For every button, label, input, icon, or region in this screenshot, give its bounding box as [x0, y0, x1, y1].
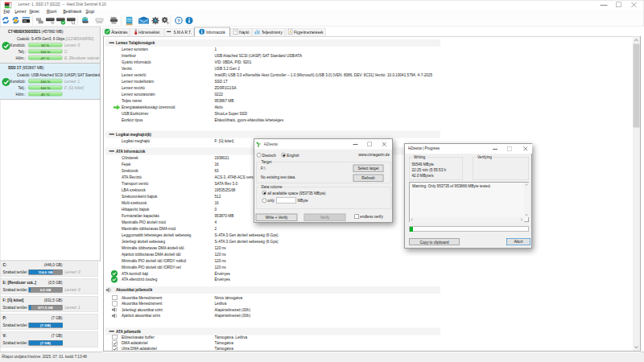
svg-text:?: ?: [177, 18, 180, 23]
